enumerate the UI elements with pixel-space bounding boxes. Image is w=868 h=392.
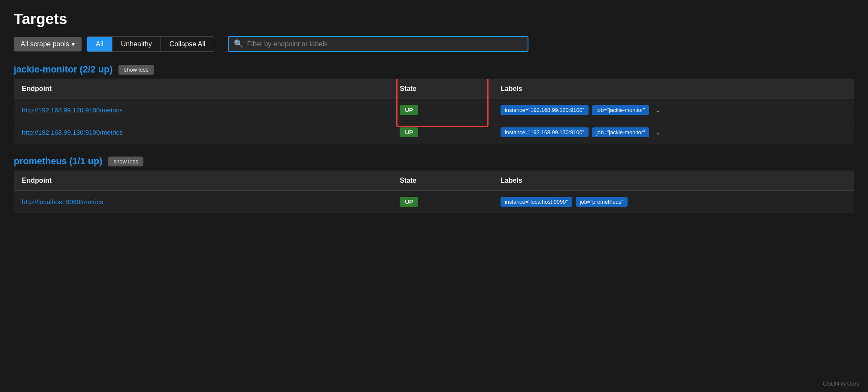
endpoint-link[interactable]: http://localhost:9090/metrics (22, 198, 103, 205)
page-title: Targets (14, 10, 854, 27)
section-prometheus-title: prometheus (1/1 up) (14, 156, 102, 167)
state-cell: UP (392, 99, 493, 121)
endpoint-cell: http://192.168.99.130:9100/metrics (14, 121, 392, 144)
labels-cell: instance="192.168.99.120:9100" job="jack… (493, 99, 854, 121)
prometheus-col-labels: Labels (493, 171, 854, 191)
up-badge: UP (400, 127, 418, 137)
chevron-down-button[interactable]: ⌄ (653, 127, 663, 137)
label-badge-instance: instance="localhost:9090" (501, 197, 572, 207)
endpoint-cell: http://localhost:9090/metrics (14, 191, 392, 213)
section-jackie-monitor-title: jackie-monitor (2/2 up) (14, 64, 112, 75)
jackie-monitor-col-endpoint: Endpoint (14, 79, 392, 99)
state-cell: UP (392, 121, 493, 144)
state-highlight-wrapper: State (400, 85, 485, 93)
label-badge-instance: instance="192.168.99.130:9100" (501, 127, 589, 137)
endpoint-link[interactable]: http://192.168.99.130:9100/metrics (22, 129, 123, 136)
tab-all[interactable]: All (87, 37, 112, 51)
toolbar: All scrape pools All Unhealthy Collapse … (14, 36, 854, 52)
prometheus-col-state: State (392, 171, 493, 191)
endpoint-cell: http://192.168.99.120:9100/metrics (14, 99, 392, 121)
filter-tabs: All Unhealthy Collapse All (87, 36, 214, 52)
jackie-monitor-col-labels: Labels (493, 79, 854, 99)
prometheus-col-endpoint: Endpoint (14, 171, 392, 191)
labels-cell: instance="192.168.99.130:9100" job="jack… (493, 121, 854, 144)
watermark: CSDN @stars (822, 380, 859, 387)
label-badge-job: job="jackie-monitor" (592, 127, 649, 137)
chevron-down-button[interactable]: ⌄ (653, 105, 663, 115)
search-icon: 🔍 (234, 39, 243, 48)
prometheus-table: Endpoint State Labels http://localhost:9… (14, 170, 854, 213)
scrape-pools-button[interactable]: All scrape pools (14, 37, 82, 51)
tab-collapse-all[interactable]: Collapse All (161, 37, 214, 51)
up-badge: UP (400, 105, 418, 115)
tab-unhealthy[interactable]: Unhealthy (112, 37, 161, 51)
search-input[interactable] (247, 40, 522, 48)
labels-container: instance="localhost:9090" job="prometheu… (501, 197, 846, 207)
show-less-prometheus-button[interactable]: show less (108, 157, 143, 166)
jackie-monitor-table: Endpoint State Labels http://192.168.99.… (14, 78, 854, 144)
label-badge-instance: instance="192.168.99.120:9100" (501, 105, 589, 115)
table-row: http://localhost:9090/metrics UP instanc… (14, 191, 854, 213)
show-less-jackie-monitor-button[interactable]: show less (118, 65, 154, 75)
jackie-monitor-col-state-header: State (392, 79, 493, 99)
labels-container: instance="192.168.99.130:9100" job="jack… (501, 127, 846, 137)
section-prometheus-header: prometheus (1/1 up) show less (14, 156, 854, 167)
search-container: 🔍 (228, 36, 528, 52)
label-badge-job: job="prometheus" (576, 197, 628, 207)
section-jackie-monitor-header: jackie-monitor (2/2 up) show less (14, 64, 854, 75)
labels-container: instance="192.168.99.120:9100" job="jack… (501, 105, 846, 115)
endpoint-link[interactable]: http://192.168.99.120:9100/metrics (22, 106, 123, 114)
table-row: http://192.168.99.130:9100/metrics UP in… (14, 121, 854, 144)
table-row: http://192.168.99.120:9100/metrics UP in… (14, 99, 854, 121)
up-badge: UP (400, 197, 418, 207)
labels-cell: instance="localhost:9090" job="prometheu… (493, 191, 854, 213)
label-badge-job: job="jackie-monitor" (592, 105, 649, 115)
state-cell: UP (392, 191, 493, 213)
